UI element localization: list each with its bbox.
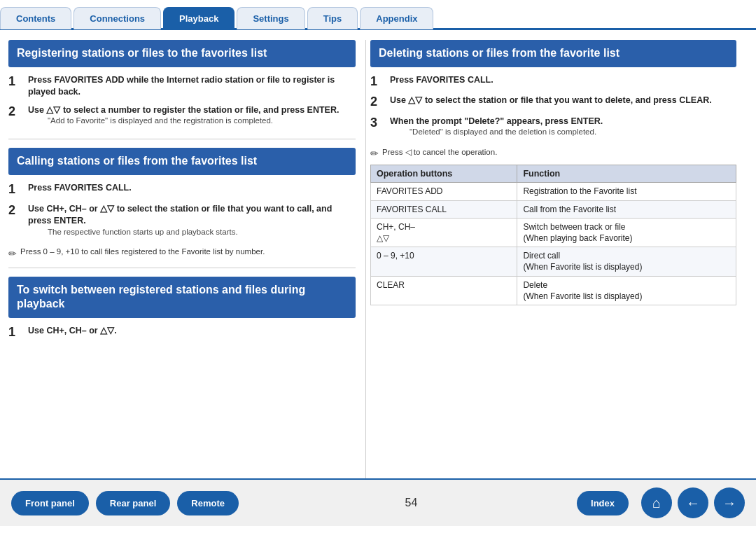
delete-step-3: 3 When the prompt "Delete?" appears, pre…: [370, 116, 736, 142]
front-panel-button[interactable]: Front panel: [11, 491, 89, 515]
index-button[interactable]: Index: [577, 491, 629, 515]
table-cell-button: FAVORITES CALL: [371, 200, 517, 218]
delete-step-2: 2 Use △▽ to select the station or file t…: [370, 95, 736, 110]
back-button[interactable]: ←: [678, 487, 708, 518]
table-cell-function: Delete(When Favorite list is displayed): [517, 276, 736, 305]
step-content: Use △▽ to select a number to register th…: [28, 104, 339, 131]
step-number: 3: [370, 116, 386, 131]
remote-button[interactable]: Remote: [177, 491, 239, 515]
step-number: 1: [370, 74, 386, 90]
divider: [8, 139, 356, 139]
step-number: 1: [8, 182, 24, 198]
step-text: Press FAVORITES ADD while the Internet r…: [28, 74, 356, 99]
table-cell-button: 0 – 9, +10: [371, 247, 517, 276]
rear-panel-button[interactable]: Rear panel: [96, 491, 170, 515]
left-column: Registering stations or files to the fav…: [8, 40, 365, 478]
table-row: 0 – 9, +10Direct call(When Favorite list…: [371, 247, 736, 276]
table-row: CLEARDelete(When Favorite list is displa…: [371, 276, 736, 305]
page-number: 54: [260, 497, 563, 509]
right-column: Deleting stations or files from the favo…: [365, 40, 736, 478]
operation-table: Operation buttons Function FAVORITES ADD…: [370, 165, 736, 305]
table-cell-function: Direct call(When Favorite list is displa…: [517, 247, 736, 276]
step-number: 2: [8, 203, 24, 219]
step-text: When the prompt "Delete?" appears, press…: [390, 116, 603, 126]
step-number: 2: [370, 95, 386, 110]
step-text: Use △▽ to select a number to register th…: [28, 105, 339, 115]
table-header-function: Function: [517, 165, 736, 183]
tab-contents[interactable]: Contents: [0, 7, 71, 29]
section-calling-header: Calling stations or files from the favor…: [8, 148, 356, 175]
tab-appendix[interactable]: Appendix: [360, 7, 433, 29]
table-cell-function: Registration to the Favorite list: [517, 183, 736, 200]
table-cell-function: Call from the Favorite list: [517, 200, 736, 218]
bottom-bar: Front panel Rear panel Remote 54 Index ⌂…: [0, 478, 756, 526]
step-number: 1: [8, 74, 24, 90]
switch-step-1: 1 Use CH+, CH– or △▽.: [8, 325, 356, 340]
step-number: 2: [8, 104, 24, 120]
home-button[interactable]: ⌂: [641, 487, 672, 518]
table-cell-button: CLEAR: [371, 276, 517, 305]
calling-step-1: 1 Press FAVORITES CALL.: [8, 182, 356, 198]
step-text: Use △▽ to select the station or file tha…: [390, 95, 712, 107]
pencil-icon: ✏: [8, 248, 17, 259]
section-switch-header: To switch between registered stations an…: [8, 277, 356, 319]
register-step-2: 2 Use △▽ to select a number to register …: [8, 104, 356, 131]
section-delete-header: Deleting stations or files from the favo…: [370, 40, 736, 67]
step-number: 1: [8, 325, 24, 340]
step-note: "Add to Favorite" is displayed and the r…: [48, 116, 339, 125]
bottom-right-icons: ⌂ ← →: [636, 487, 745, 518]
delete-note-text: Press ◁ to cancel the operation.: [382, 147, 497, 157]
step-note: The respective function starts up and pl…: [48, 228, 356, 236]
table-cell-button: CH+, CH–△▽: [371, 218, 517, 247]
step-text: Use CH+, CH– or △▽.: [28, 325, 117, 338]
calling-step-2: 2 Use CH+, CH– or △▽ to select the stati…: [8, 203, 356, 242]
calling-note-text: Press 0 – 9, +10 to call files registere…: [20, 247, 265, 256]
table-row: CH+, CH–△▽Switch between track or file(W…: [371, 218, 736, 247]
register-step-1: 1 Press FAVORITES ADD while the Internet…: [8, 74, 356, 99]
pencil-icon: ✏: [370, 148, 379, 159]
table-cell-button: FAVORITES ADD: [371, 183, 517, 200]
table-row: FAVORITES ADDRegistration to the Favorit…: [371, 183, 736, 200]
step-note: "Deleted" is displayed and the deletion …: [410, 127, 603, 136]
step-content: Use CH+, CH– or △▽ to select the station…: [28, 203, 356, 242]
calling-note-block: ✏ Press 0 – 9, +10 to call files registe…: [8, 247, 356, 259]
top-navigation: Contents Connections Playback Settings T…: [0, 0, 756, 30]
tab-settings[interactable]: Settings: [237, 7, 304, 29]
table-header-buttons: Operation buttons: [371, 165, 517, 183]
step-content: When the prompt "Delete?" appears, press…: [390, 116, 603, 142]
section-register-header: Registering stations or files to the fav…: [8, 40, 356, 67]
tab-playback[interactable]: Playback: [163, 7, 234, 29]
forward-button[interactable]: →: [714, 487, 745, 518]
tab-connections[interactable]: Connections: [74, 7, 161, 29]
divider: [8, 268, 356, 268]
step-text: Use CH+, CH– or △▽ to select the station…: [28, 204, 332, 226]
delete-step-1: 1 Press FAVORITES CALL.: [370, 74, 736, 90]
tab-tips[interactable]: Tips: [307, 7, 358, 29]
step-text: Press FAVORITES CALL.: [28, 182, 132, 195]
table-cell-function: Switch between track or file(When playin…: [517, 218, 736, 247]
main-content: Registering stations or files to the fav…: [0, 30, 756, 478]
delete-note-block: ✏ Press ◁ to cancel the operation.: [370, 147, 736, 159]
table-row: FAVORITES CALLCall from the Favorite lis…: [371, 200, 736, 218]
step-text: Press FAVORITES CALL.: [390, 74, 493, 87]
